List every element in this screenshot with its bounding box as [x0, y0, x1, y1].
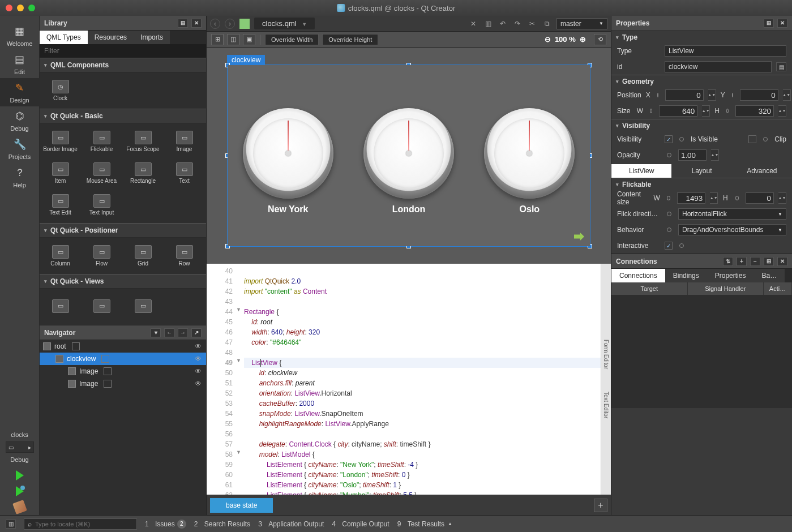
- override-width[interactable]: Override Width: [265, 34, 319, 45]
- lib-section-basic[interactable]: Qt Quick - Basic: [40, 109, 206, 123]
- lib-item[interactable]: ▭Border Image: [40, 126, 81, 157]
- add-state-button[interactable]: +: [594, 499, 607, 512]
- document-tab[interactable]: clocks.qml ▼: [254, 18, 315, 29]
- conn-del-button[interactable]: −: [750, 257, 760, 266]
- nav-item[interactable]: Image👁: [40, 365, 206, 377]
- x-input[interactable]: [665, 89, 704, 101]
- conn-tab-properties[interactable]: Properties: [707, 269, 754, 282]
- sb-appout[interactable]: 3 Application Output: [258, 520, 324, 528]
- close-doc-icon[interactable]: ✕: [468, 19, 478, 29]
- copy-icon[interactable]: ⧉: [542, 19, 552, 29]
- mode-welcome[interactable]: ▦Welcome: [0, 22, 40, 50]
- nav-fwd-arrow[interactable]: ›: [225, 19, 235, 29]
- visibility-toggle[interactable]: 👁: [194, 367, 203, 375]
- close-window-button[interactable]: [6, 5, 12, 11]
- locator-input[interactable]: [35, 521, 133, 527]
- lib-item-clock[interactable]: ◷Clock: [40, 75, 81, 106]
- lib-section-components[interactable]: QML Components: [40, 58, 206, 72]
- layout-icon[interactable]: ▥: [483, 19, 493, 29]
- sb-tests[interactable]: 9 Test Results▲: [397, 520, 452, 528]
- prop-tab-listview[interactable]: ListView: [611, 164, 671, 178]
- export-toggle[interactable]: [104, 367, 112, 375]
- lib-item[interactable]: ▭Text Input: [81, 189, 122, 221]
- lib-item[interactable]: ▭Mouse Area: [81, 157, 122, 189]
- run-button[interactable]: [12, 467, 28, 483]
- tool-snap[interactable]: ◫: [227, 34, 239, 45]
- nav-export-button[interactable]: ↗: [191, 328, 202, 337]
- prop-tab-advanced[interactable]: Advanced: [732, 164, 792, 178]
- code-editor[interactable]: 4041424344454647484950515253545556575859…: [207, 264, 611, 495]
- library-filter[interactable]: [44, 47, 202, 55]
- locator[interactable]: ⌕: [24, 518, 137, 530]
- y-input[interactable]: [740, 89, 778, 101]
- nav-menu-button[interactable]: ▾: [151, 328, 161, 337]
- conn-tab-bindings[interactable]: Bindings: [665, 269, 707, 282]
- tool-anchor[interactable]: ⊞: [211, 34, 224, 45]
- panel-add-button[interactable]: ⊞: [178, 19, 188, 28]
- lib-item[interactable]: ▭Item: [40, 157, 81, 189]
- side-tab-form[interactable]: Form Editor: [602, 328, 610, 380]
- ch-input[interactable]: [746, 192, 774, 204]
- visible-check[interactable]: ✓: [665, 135, 673, 143]
- sb-compile[interactable]: 4 Compile Output: [332, 520, 389, 528]
- base-state[interactable]: base state: [210, 498, 273, 513]
- mode-projects[interactable]: 🔧Projects: [0, 135, 40, 163]
- section-geometry[interactable]: Geometry: [611, 75, 792, 87]
- lib-item[interactable]: ▭Text Edit: [40, 189, 81, 221]
- section-visibility[interactable]: Visibility: [611, 119, 792, 131]
- lib-section-positioner[interactable]: Qt Quick - Positioner: [40, 223, 206, 238]
- id-field[interactable]: clockview: [665, 61, 772, 72]
- minimize-window-button[interactable]: [17, 5, 24, 11]
- tool-reset[interactable]: ⟲: [594, 34, 606, 45]
- mode-design[interactable]: ✎Design: [0, 78, 40, 106]
- conn-add-button[interactable]: +: [737, 257, 747, 266]
- sb-issues[interactable]: 1 Issues2: [145, 520, 186, 529]
- lib-item[interactable]: ▭Column: [40, 240, 81, 272]
- interactive-check[interactable]: ✓: [665, 242, 673, 250]
- side-tab-text[interactable]: Text Editor: [602, 380, 610, 430]
- lib-tab-resources[interactable]: Resources: [88, 31, 134, 44]
- code-content[interactable]: import QtQuick 2.0import "content" as Co…: [244, 264, 601, 495]
- lib-item[interactable]: ▭Text: [164, 157, 205, 189]
- nav-item[interactable]: root👁: [40, 340, 206, 353]
- lib-item[interactable]: ▭Flow: [81, 240, 122, 272]
- lib-tab-imports[interactable]: Imports: [134, 31, 170, 44]
- selection-box[interactable]: clockview New York London Oslo: [227, 65, 590, 247]
- run-debug-button[interactable]: [12, 483, 28, 499]
- id-extra-button[interactable]: ▤: [776, 62, 786, 71]
- section-type[interactable]: Type: [611, 31, 792, 43]
- branch-selector[interactable]: master▼: [556, 18, 607, 29]
- nav-fwd-button[interactable]: →: [178, 328, 188, 337]
- props-add-button[interactable]: ⊞: [764, 19, 774, 28]
- flickdir-combo[interactable]: HorizontalFlick▼: [678, 208, 786, 220]
- nav-item[interactable]: clockview👁: [40, 353, 206, 365]
- kit-selector[interactable]: ▭▸: [6, 441, 34, 453]
- cut-icon[interactable]: ✂: [527, 19, 537, 29]
- conn-tab-backends[interactable]: Ba…: [754, 269, 785, 282]
- lib-item[interactable]: ▭: [40, 291, 81, 323]
- conn-sort-button[interactable]: ⇅: [723, 257, 733, 266]
- export-toggle[interactable]: [104, 380, 112, 388]
- nav-item[interactable]: Image👁: [40, 377, 206, 390]
- undo-icon[interactable]: ↶: [498, 19, 508, 29]
- zoom-level[interactable]: ⊖ 100 % ⊕: [540, 35, 590, 44]
- lib-item[interactable]: ▭Image: [164, 126, 205, 157]
- cw-input[interactable]: [677, 192, 705, 204]
- h-input[interactable]: [735, 105, 774, 117]
- lib-item[interactable]: ▭Row: [164, 240, 205, 272]
- build-button[interactable]: [12, 499, 28, 515]
- canvas-area[interactable]: clockview New York London Oslo: [207, 48, 611, 264]
- nav-back-button[interactable]: ←: [164, 328, 174, 337]
- lib-item[interactable]: ▭Grid: [122, 240, 164, 272]
- lib-item[interactable]: ▭Rectangle: [122, 157, 164, 189]
- behavior-combo[interactable]: DragAndOvershootBounds▼: [678, 224, 786, 235]
- panel-close-button[interactable]: ✕: [191, 19, 202, 28]
- lib-section-views[interactable]: Qt Quick - Views: [40, 274, 206, 289]
- nav-back-arrow[interactable]: ‹: [210, 19, 220, 29]
- lib-item[interactable]: ▭: [81, 291, 122, 323]
- zoom-window-button[interactable]: [28, 5, 35, 11]
- visibility-toggle[interactable]: 👁: [194, 342, 203, 350]
- opacity-input[interactable]: [678, 149, 707, 161]
- export-toggle[interactable]: [72, 342, 80, 350]
- mode-debug[interactable]: ⌬Debug: [0, 106, 40, 135]
